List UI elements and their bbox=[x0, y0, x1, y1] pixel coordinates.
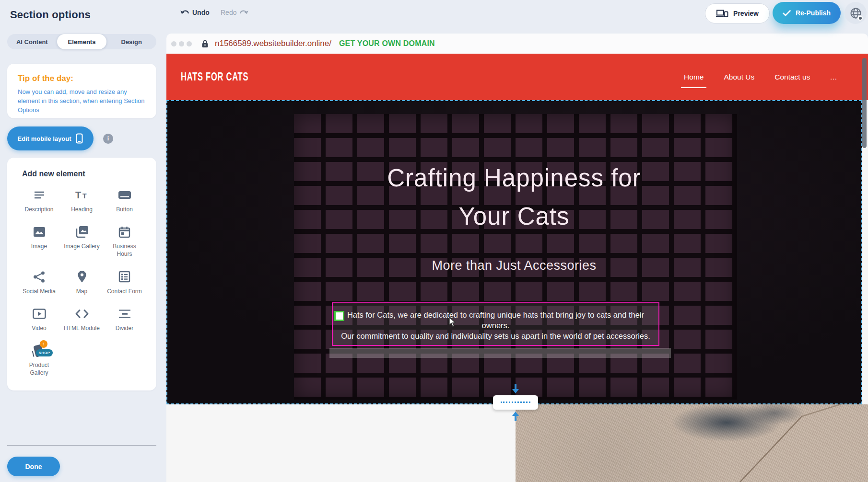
redo-icon bbox=[240, 9, 249, 16]
undo-label: Undo bbox=[192, 9, 210, 16]
element-label: Button bbox=[116, 206, 133, 213]
add-element-description[interactable]: Description bbox=[18, 188, 60, 213]
nav-item-about-us[interactable]: About Us bbox=[723, 70, 755, 84]
shop-badge: SHOP bbox=[36, 349, 53, 356]
republish-button[interactable]: Re-Publish bbox=[773, 2, 841, 24]
add-element-product-gallery[interactable]: ↑SHOP Product Gallery bbox=[18, 344, 60, 377]
image-gallery-icon bbox=[75, 225, 89, 239]
window-dot bbox=[179, 41, 184, 46]
section-options-panel: Section options AI ContentElementsDesign… bbox=[0, 0, 166, 482]
redo-label: Redo bbox=[221, 9, 236, 16]
tip-of-the-day-card: Tip of the day: Now you can add, move an… bbox=[7, 64, 156, 118]
svg-text:T: T bbox=[75, 190, 81, 200]
phone-icon bbox=[76, 133, 83, 144]
svg-text:T: T bbox=[82, 192, 87, 200]
lock-icon bbox=[201, 40, 209, 48]
undo-icon bbox=[180, 9, 189, 16]
hero-paragraph-line1: Hats for Cats, we are dedicated to craft… bbox=[347, 310, 644, 330]
window-dot bbox=[187, 41, 192, 46]
add-element-html-module[interactable]: HTML Module bbox=[60, 307, 103, 332]
add-element-contact-form[interactable]: Contact Form bbox=[103, 270, 146, 295]
element-label: Social Media bbox=[23, 287, 56, 295]
url-text[interactable]: n1566589.websitebuilder.online/ bbox=[215, 39, 331, 48]
nav-item-contact-us[interactable]: Contact us bbox=[774, 70, 811, 84]
element-ghost-shadow bbox=[329, 348, 671, 358]
nav-item-more[interactable]: ... bbox=[829, 70, 838, 84]
site-nav: HomeAbout UsContact us... bbox=[683, 54, 838, 100]
section-height-resize-handle[interactable] bbox=[493, 395, 538, 410]
add-element-button[interactable]: Button bbox=[103, 188, 146, 213]
editor-topbar: Undo Redo Preview Re-Publish bbox=[166, 0, 868, 34]
edit-mobile-layout-label: Edit mobile layout bbox=[18, 135, 71, 142]
element-label: Contact Form bbox=[107, 287, 142, 295]
browser-chrome: n1566589.websitebuilder.online/ GET YOUR… bbox=[166, 34, 868, 54]
tip-title: Tip of the day: bbox=[18, 74, 146, 83]
element-label: Divider bbox=[116, 324, 133, 332]
tab-design[interactable]: Design bbox=[106, 34, 156, 49]
panel-tabs: AI ContentElementsDesign bbox=[7, 34, 156, 49]
upgrade-badge-icon: ↑ bbox=[40, 340, 47, 348]
sidebar-divider bbox=[7, 445, 156, 446]
window-dot bbox=[171, 41, 176, 46]
element-grid: Description TT Heading Button Image Imag… bbox=[18, 188, 146, 377]
tip-body: Now you can add, move and resize any ele… bbox=[18, 88, 146, 115]
get-your-own-domain-link[interactable]: GET YOUR OWN DOMAIN bbox=[339, 39, 435, 48]
code-icon bbox=[75, 307, 89, 321]
image-icon bbox=[32, 225, 47, 239]
undo-button[interactable]: Undo bbox=[180, 9, 210, 16]
element-label: Heading bbox=[71, 206, 93, 213]
hero-paragraph[interactable]: Hats for Cats, we are dedicated to craft… bbox=[339, 310, 653, 341]
add-element-video[interactable]: Video bbox=[18, 307, 60, 332]
floor-photo bbox=[516, 404, 868, 482]
resize-handle-dashes bbox=[501, 402, 530, 403]
site-header: HATS FOR CATS HomeAbout UsContact us... bbox=[166, 54, 868, 100]
element-label: Image Gallery bbox=[64, 242, 100, 250]
add-element-social-media[interactable]: Social Media bbox=[18, 270, 60, 295]
check-icon bbox=[783, 10, 791, 16]
text-lines-icon bbox=[32, 188, 47, 202]
hero-subtitle[interactable]: More than Just Accessories bbox=[262, 258, 766, 273]
element-label: Description bbox=[24, 206, 53, 213]
selected-text-element[interactable]: Hats for Cats, we are dedicated to craft… bbox=[332, 302, 659, 346]
window-dots bbox=[171, 41, 192, 46]
hero-section[interactable]: Crafting Happiness for Your Cats More th… bbox=[166, 100, 862, 404]
tab-elements[interactable]: Elements bbox=[57, 34, 107, 49]
preview-scrollbar[interactable] bbox=[862, 58, 867, 148]
resize-arrow-up bbox=[515, 415, 516, 421]
element-label: Map bbox=[76, 287, 87, 295]
tab-ai-content[interactable]: AI Content bbox=[7, 34, 57, 49]
add-element-map[interactable]: Map bbox=[60, 270, 103, 295]
site-logo[interactable]: HATS FOR CATS bbox=[181, 70, 248, 83]
preview-button[interactable]: Preview bbox=[705, 3, 770, 23]
add-element-image-gallery[interactable]: Image Gallery bbox=[60, 225, 103, 258]
add-new-element-card: Add new element Description TT Heading B… bbox=[7, 158, 156, 390]
element-label: Business Hours bbox=[106, 242, 144, 258]
hero-title[interactable]: Crafting Happiness for Your Cats bbox=[262, 159, 766, 236]
add-element-image[interactable]: Image bbox=[18, 225, 60, 258]
share-icon bbox=[32, 270, 47, 284]
element-label: Image bbox=[31, 242, 47, 250]
globe-badge bbox=[857, 15, 863, 21]
preview-label: Preview bbox=[733, 10, 759, 17]
add-element-heading[interactable]: TT Heading bbox=[60, 188, 103, 213]
edit-mobile-layout-button[interactable]: Edit mobile layout bbox=[7, 126, 94, 150]
done-button[interactable]: Done bbox=[7, 457, 60, 476]
next-section[interactable] bbox=[166, 404, 868, 482]
site-preview-viewport: HATS FOR CATS HomeAbout UsContact us... … bbox=[166, 54, 868, 482]
calendar-icon bbox=[117, 225, 132, 239]
element-label: HTML Module bbox=[64, 324, 100, 332]
devices-icon bbox=[716, 9, 728, 18]
page-title: Section options bbox=[10, 9, 91, 21]
language-globe-button[interactable] bbox=[845, 2, 867, 24]
nav-item-home[interactable]: Home bbox=[683, 70, 704, 84]
redo-button[interactable]: Redo bbox=[221, 9, 249, 16]
info-icon[interactable]: i bbox=[103, 134, 113, 144]
element-label: Video bbox=[32, 324, 46, 332]
selection-resize-handle[interactable] bbox=[334, 311, 344, 321]
mouse-cursor bbox=[448, 317, 457, 328]
heading-icon: TT bbox=[75, 188, 89, 202]
add-element-business-hours[interactable]: Business Hours bbox=[103, 225, 146, 258]
hero-title-line1: Crafting Happiness for bbox=[387, 164, 641, 192]
republish-label: Re-Publish bbox=[796, 9, 831, 17]
add-element-divider[interactable]: Divider bbox=[103, 307, 146, 332]
